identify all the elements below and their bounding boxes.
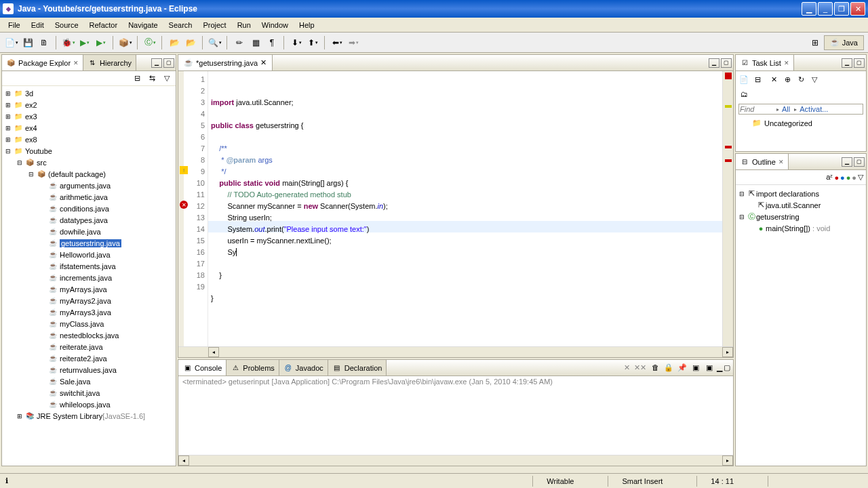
- menu-help[interactable]: Help: [294, 19, 320, 31]
- uncategorized-node[interactable]: 📁Uncategorized: [738, 119, 863, 127]
- tree-node[interactable]: ☕reiterate.java: [2, 341, 176, 352]
- view-menu-button[interactable]: ▽: [161, 73, 173, 84]
- package-tree[interactable]: ⊞📁3d⊞📁ex2⊞📁ex3⊞📁ex4⊞📁ex8⊟📁Youtube⊟📦src⊟📦…: [2, 86, 176, 466]
- minimize-editor-button[interactable]: ▁: [709, 58, 719, 68]
- tree-node[interactable]: ☕arithmetic.java: [2, 191, 176, 203]
- focus-button[interactable]: ⊕: [782, 74, 793, 85]
- scroll-left-button[interactable]: ◂: [208, 347, 219, 357]
- minimize-view-button[interactable]: ▁: [151, 58, 162, 68]
- maximize-button[interactable]: ❐: [834, 2, 849, 16]
- tree-node[interactable]: ☕datatypes.java: [2, 214, 176, 226]
- console-output[interactable]: [178, 387, 733, 455]
- menu-edit[interactable]: Edit: [26, 19, 50, 31]
- new-button[interactable]: 📄: [4, 35, 19, 50]
- sync-button[interactable]: ↻: [795, 74, 806, 85]
- tree-node[interactable]: ☕whileloops.java: [2, 399, 176, 410]
- tree-node[interactable]: ☕nestedblocks.java: [2, 329, 176, 341]
- pin-console-button[interactable]: 📌: [676, 362, 688, 373]
- back-button[interactable]: ⬅: [330, 35, 344, 50]
- clear-console-button[interactable]: 🗑: [649, 362, 661, 373]
- scroll-lock-button[interactable]: 🔒: [663, 362, 675, 373]
- code-editor[interactable]: import java.util.Scanner; public class g…: [208, 71, 722, 346]
- tree-node[interactable]: ⊞📁ex2: [2, 99, 176, 110]
- menu-file[interactable]: File: [3, 19, 26, 31]
- close-icon[interactable]: ✕: [784, 60, 789, 66]
- task-find-input[interactable]: [740, 105, 774, 113]
- tree-node[interactable]: ☕returnvalues.java: [2, 364, 176, 375]
- collapse-all-button[interactable]: ⊟: [131, 73, 143, 84]
- menu-project[interactable]: Project: [197, 19, 231, 31]
- run-ext-button[interactable]: ▶: [94, 35, 108, 50]
- menu-search[interactable]: Search: [163, 19, 198, 31]
- sort-button[interactable]: aᶻ: [826, 173, 833, 182]
- ruler-error-marker[interactable]: [725, 146, 732, 148]
- maximize-view-button[interactable]: ▢: [163, 58, 174, 68]
- tree-node[interactable]: ☕reiterate2.java: [2, 352, 176, 364]
- tree-node[interactable]: ⊞📁ex8: [2, 134, 176, 145]
- activate-filter-button[interactable]: Activat...: [793, 105, 829, 113]
- remove-launch-button[interactable]: ✕: [620, 362, 633, 373]
- menu-run[interactable]: Run: [232, 19, 256, 31]
- task-repo-button[interactable]: 🗂: [738, 89, 749, 100]
- scroll-right-button[interactable]: ▸: [722, 455, 733, 466]
- tab-task-list[interactable]: ☑Task List✕: [736, 55, 794, 70]
- tree-node[interactable]: ☕myArrays.java: [2, 283, 176, 295]
- maximize-outline-button[interactable]: ▢: [854, 157, 865, 167]
- menu-refactor[interactable]: Refactor: [84, 19, 123, 31]
- menu-navigate[interactable]: Navigate: [123, 19, 163, 31]
- outline-menu-button[interactable]: ▽: [858, 173, 863, 182]
- overview-ruler[interactable]: [722, 71, 733, 346]
- tab-hierarchy[interactable]: ⇅ Hierarchy: [83, 55, 136, 70]
- horizontal-scrollbar[interactable]: ◂ ▸: [178, 346, 733, 357]
- open-task-button[interactable]: 📂: [183, 35, 198, 50]
- tree-node[interactable]: ☕conditions.java: [2, 203, 176, 214]
- ruler-warning-marker[interactable]: [725, 105, 732, 108]
- ruler-error-marker[interactable]: [725, 159, 732, 162]
- minimize-outline-button[interactable]: ▁: [842, 157, 852, 167]
- tree-node[interactable]: ☕Sale.java: [2, 375, 176, 387]
- tree-node[interactable]: ☕arguments.java: [2, 180, 176, 191]
- prev-annotation-button[interactable]: ⬆: [305, 35, 320, 50]
- tree-node[interactable]: ☕myClass.java: [2, 318, 176, 329]
- minimize-button[interactable]: _: [818, 2, 833, 16]
- task-menu-button[interactable]: ▽: [809, 74, 820, 85]
- tab-problems[interactable]: ⚠Problems: [226, 360, 279, 375]
- tab-outline[interactable]: ⊟Outline✕: [736, 154, 789, 169]
- tree-node[interactable]: ☕dowhile.java: [2, 226, 176, 237]
- toggle-mark-button[interactable]: ✏: [232, 35, 247, 50]
- tab-package-explorer[interactable]: 📦 Package Explor ✕: [2, 55, 83, 70]
- close-button[interactable]: ✕: [850, 2, 865, 16]
- search-button[interactable]: 🔍: [208, 35, 222, 50]
- close-icon[interactable]: ✕: [73, 60, 79, 66]
- menu-source[interactable]: Source: [50, 19, 84, 31]
- all-filter-button[interactable]: All: [775, 105, 791, 113]
- save-button[interactable]: 💾: [20, 35, 35, 50]
- outline-tree[interactable]: ⊟⇱import declarations ⇱java.util.Scanner…: [736, 185, 866, 237]
- debug-button[interactable]: 🐞: [61, 35, 76, 50]
- new-class-button[interactable]: Ⓒ: [142, 35, 157, 50]
- tree-node[interactable]: ⊟📦(default package): [2, 168, 176, 180]
- save-all-button[interactable]: 🗎: [37, 35, 52, 50]
- schedule-button[interactable]: ✕: [768, 74, 779, 85]
- line-gutter[interactable]: ! ✕ 12345678910111213141516171819: [178, 71, 208, 346]
- minimize-bottom-button[interactable]: ▁: [717, 363, 722, 372]
- tree-node[interactable]: ☕getuserstring.java: [2, 237, 176, 249]
- tree-node[interactable]: ⊞📁ex3: [2, 110, 176, 122]
- scroll-left-button[interactable]: ◂: [178, 455, 189, 466]
- tree-node[interactable]: ⊟📦src: [2, 157, 176, 168]
- tree-node[interactable]: ⊞📁ex4: [2, 122, 176, 134]
- warning-marker-icon[interactable]: !: [180, 166, 188, 174]
- tree-node[interactable]: ⊞📚JRE System Library [JavaSE-1.6]: [2, 410, 176, 422]
- open-type-button[interactable]: 📂: [167, 35, 182, 50]
- tree-node[interactable]: ⊞📁3d: [2, 87, 176, 99]
- minimize-task-button[interactable]: ▁: [842, 58, 852, 68]
- hide-fields-button[interactable]: ●: [834, 174, 839, 182]
- open-console-button[interactable]: ▣: [703, 362, 715, 373]
- tree-node[interactable]: ☕ifstatements.java: [2, 260, 176, 272]
- tab-declaration[interactable]: ▤Declaration: [328, 360, 387, 375]
- new-package-button[interactable]: 📦: [118, 35, 133, 50]
- remove-all-button[interactable]: ✕✕: [634, 362, 646, 373]
- error-marker-icon[interactable]: ✕: [180, 201, 188, 209]
- show-whitespace-button[interactable]: ¶: [264, 35, 279, 50]
- tree-node[interactable]: ☕myArrays3.java: [2, 306, 176, 318]
